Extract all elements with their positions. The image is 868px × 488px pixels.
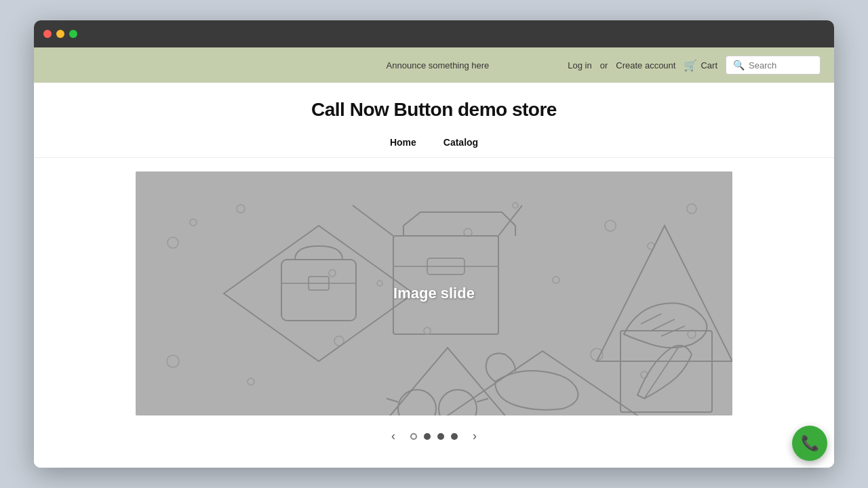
header-or-separator: or	[600, 60, 608, 70]
slideshow[interactable]: Image slide	[136, 171, 732, 415]
browser-content: Announce something here Log in or Create…	[34, 47, 834, 468]
slide-dot-3[interactable]	[437, 433, 444, 440]
cart-label: Cart	[701, 60, 717, 70]
slide-controls: ‹ ›	[386, 426, 482, 446]
browser-window: Announce something here Log in or Create…	[34, 20, 834, 468]
minimize-button[interactable]	[56, 30, 64, 38]
search-input[interactable]	[749, 60, 813, 70]
slide-dot-2[interactable]	[424, 433, 431, 440]
nav-home[interactable]: Home	[390, 137, 416, 148]
main-nav: Home Catalog	[34, 127, 834, 158]
cart-area[interactable]: 🛒 Cart	[684, 59, 717, 72]
slide-label: Image slide	[393, 285, 475, 302]
close-button[interactable]	[43, 30, 52, 38]
slide-dot-4[interactable]	[451, 433, 458, 440]
slideshow-container: Image slide ‹ ›	[34, 158, 834, 468]
cart-icon: 🛒	[684, 59, 697, 72]
slide-dot-1[interactable]	[410, 433, 417, 440]
slide-dots	[410, 433, 458, 440]
slide-prev-button[interactable]: ‹	[386, 426, 401, 446]
title-bar	[34, 20, 834, 47]
search-icon: 🔍	[733, 60, 745, 70]
fullscreen-button[interactable]	[69, 30, 77, 38]
call-now-button[interactable]: 📞	[792, 426, 827, 461]
phone-icon: 📞	[801, 434, 819, 452]
announcement-text: Announce something here	[308, 60, 568, 70]
announcement-bar: Announce something here Log in or Create…	[34, 47, 834, 83]
header-right: Log in or Create account 🛒 Cart 🔍	[568, 56, 821, 75]
store-header: Call Now Button demo store	[34, 83, 834, 127]
login-link[interactable]: Log in	[568, 60, 591, 70]
slide-next-button[interactable]: ›	[467, 426, 482, 446]
traffic-lights	[43, 30, 77, 38]
create-account-link[interactable]: Create account	[616, 60, 675, 70]
store-title: Call Now Button demo store	[47, 99, 821, 121]
nav-catalog[interactable]: Catalog	[443, 137, 478, 148]
search-box[interactable]: 🔍	[726, 56, 821, 75]
